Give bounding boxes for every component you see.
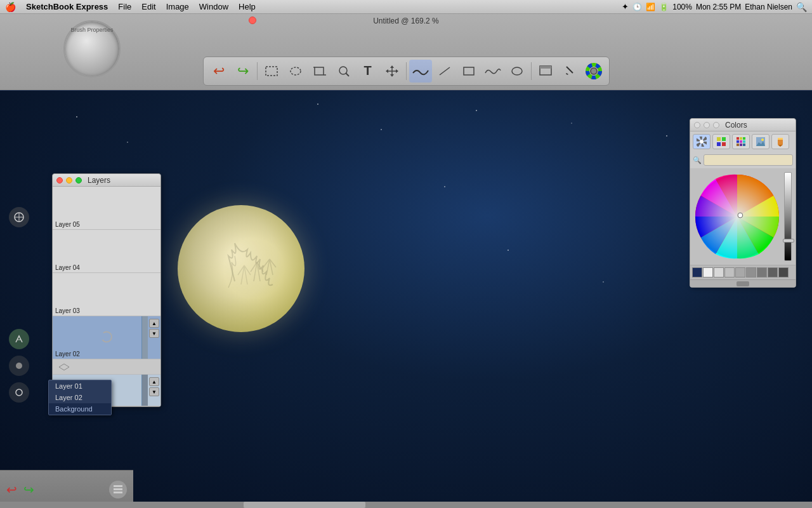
colors-search-icon: 🔍 bbox=[693, 156, 702, 164]
color-tab-image[interactable] bbox=[752, 134, 769, 149]
crop-tool[interactable] bbox=[308, 60, 331, 83]
swatch-selected[interactable] bbox=[692, 267, 702, 277]
svg-marker-12 bbox=[396, 69, 398, 73]
brightness-slider[interactable] bbox=[784, 172, 792, 261]
layer-icon-bottom[interactable] bbox=[109, 481, 127, 498]
colors-maximize[interactable] bbox=[713, 122, 719, 128]
palette-close[interactable] bbox=[249, 17, 256, 24]
move-tool[interactable] bbox=[381, 60, 403, 83]
star bbox=[76, 116, 77, 117]
swatches-tab-icon bbox=[716, 137, 726, 147]
horizontal-scrollbar[interactable] bbox=[0, 502, 812, 508]
palette-swatch[interactable] bbox=[778, 267, 789, 277]
colors-close[interactable] bbox=[694, 122, 700, 128]
bottom-undo-button[interactable]: ↩ bbox=[6, 482, 17, 497]
layer-down-button[interactable]: ▼ bbox=[149, 329, 159, 338]
undo-button[interactable]: ↩ bbox=[207, 60, 230, 83]
brightness-handle[interactable] bbox=[783, 239, 794, 243]
star bbox=[381, 129, 382, 130]
svg-rect-45 bbox=[743, 137, 745, 140]
brush-tool[interactable] bbox=[558, 60, 581, 83]
line-tool[interactable] bbox=[433, 60, 456, 83]
palette-swatch[interactable] bbox=[703, 267, 713, 277]
svg-rect-47 bbox=[740, 140, 742, 143]
help-menu[interactable]: Help bbox=[233, 0, 261, 14]
brush-stroke-tool[interactable] bbox=[409, 60, 432, 83]
bottom-redo-button[interactable]: ↪ bbox=[23, 482, 34, 497]
svg-line-6 bbox=[346, 73, 349, 76]
app-name-menu[interactable]: SketchBook Express bbox=[21, 0, 113, 14]
wave-tool[interactable] bbox=[481, 60, 504, 83]
svg-point-54 bbox=[761, 138, 764, 141]
rect-select-tool[interactable] bbox=[260, 60, 283, 83]
lasso-tool[interactable] bbox=[284, 60, 307, 83]
moon-craters bbox=[178, 205, 304, 332]
layer-item-active[interactable]: ▲ ▼ Layer 02 bbox=[53, 316, 160, 359]
text-tool[interactable]: T bbox=[357, 60, 379, 83]
stamp-tool[interactable] bbox=[534, 60, 557, 83]
ctx-layer01[interactable]: Layer 01 bbox=[49, 380, 111, 392]
colors-titlebar: Colors bbox=[690, 119, 796, 131]
svg-rect-39 bbox=[717, 137, 721, 141]
svg-point-38 bbox=[700, 140, 704, 144]
brush-properties[interactable]: Brush Properties bbox=[63, 20, 121, 77]
palette-swatch[interactable] bbox=[724, 267, 735, 277]
svg-rect-44 bbox=[740, 137, 742, 140]
color-tab-grid[interactable] bbox=[732, 134, 750, 149]
window-menu[interactable]: Window bbox=[194, 0, 233, 14]
sidebar-tool-1[interactable] bbox=[9, 207, 29, 227]
layer-down-button[interactable]: ▼ bbox=[149, 387, 159, 396]
layer-up-button[interactable]: ▲ bbox=[149, 319, 159, 328]
layer-item[interactable]: Layer 05 bbox=[53, 187, 160, 230]
layers-maximize[interactable] bbox=[75, 177, 82, 184]
palette-swatch[interactable] bbox=[746, 267, 756, 277]
hscroll-thumb[interactable] bbox=[244, 502, 365, 508]
sidebar-icon-4 bbox=[13, 387, 25, 398]
colors-search-input[interactable] bbox=[704, 154, 793, 166]
palette-swatch[interactable] bbox=[714, 267, 724, 277]
file-menu[interactable]: File bbox=[113, 0, 136, 14]
palette-swatch[interactable] bbox=[735, 267, 745, 277]
image-menu[interactable]: Image bbox=[161, 0, 194, 14]
ellipse-tool[interactable] bbox=[506, 60, 528, 83]
svg-point-32 bbox=[16, 363, 22, 369]
ctx-background[interactable]: Background bbox=[49, 403, 111, 415]
color-tab-wheel[interactable] bbox=[693, 134, 710, 149]
ctx-layer02[interactable]: Layer 02 bbox=[49, 392, 111, 403]
color-swatches-row bbox=[690, 265, 796, 279]
merge-icon bbox=[58, 362, 70, 372]
move-icon bbox=[385, 65, 399, 77]
colors-title: Colors bbox=[725, 121, 747, 130]
color-wheel[interactable] bbox=[694, 172, 780, 261]
redo-button[interactable]: ↪ bbox=[232, 60, 254, 83]
sidebar-tool-2[interactable] bbox=[9, 329, 29, 349]
brush-circle[interactable]: Brush Properties bbox=[63, 20, 121, 77]
edit-menu[interactable]: Edit bbox=[136, 0, 160, 14]
svg-point-15 bbox=[512, 67, 522, 75]
color-picker-tool[interactable] bbox=[582, 60, 605, 83]
title-bar: Untitled @ 169.2 % bbox=[0, 14, 812, 28]
svg-rect-46 bbox=[737, 140, 739, 143]
layer-merge-row[interactable] bbox=[53, 359, 160, 375]
color-tab-swatches[interactable] bbox=[712, 134, 730, 149]
colors-scroll-handle[interactable] bbox=[737, 281, 749, 286]
sidebar bbox=[0, 182, 38, 470]
star bbox=[571, 123, 572, 124]
colors-minimize[interactable] bbox=[704, 122, 710, 128]
rect-shape-tool[interactable] bbox=[457, 60, 480, 83]
search-icon[interactable]: 🔍 bbox=[796, 2, 807, 12]
zoom-tool[interactable] bbox=[332, 60, 355, 83]
layers-minimize[interactable] bbox=[66, 177, 72, 184]
palette-swatch[interactable] bbox=[757, 267, 767, 277]
sidebar-tool-4[interactable] bbox=[9, 382, 29, 403]
layers-close[interactable] bbox=[56, 177, 63, 184]
layer-item[interactable]: Layer 04 bbox=[53, 230, 160, 273]
clock-icon: 🕒 bbox=[632, 3, 642, 11]
layer-up-button[interactable]: ▲ bbox=[149, 377, 159, 386]
palette-swatch[interactable] bbox=[768, 267, 778, 277]
layer-item[interactable]: Layer 03 bbox=[53, 273, 160, 316]
color-tab-crayon[interactable] bbox=[771, 134, 789, 149]
canvas-area[interactable]: Layers Layer 05 Layer 04 Layer 03 ▲ ▼ bbox=[0, 91, 812, 508]
apple-menu[interactable]: 🍎 bbox=[5, 2, 16, 12]
sidebar-tool-3[interactable] bbox=[9, 356, 29, 376]
